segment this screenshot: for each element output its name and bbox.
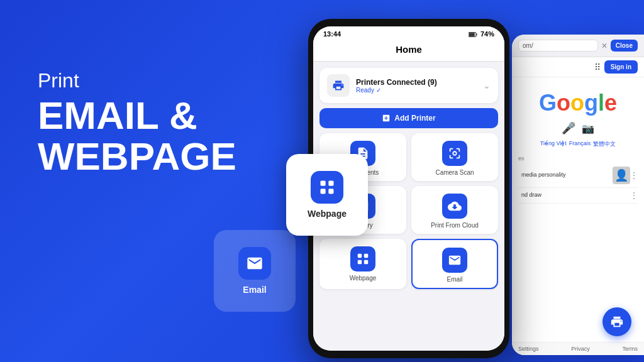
svg-rect-1 [328, 181, 333, 186]
email-card-label: Email [243, 285, 266, 295]
browser-body: Google 🎤 📷 Tiếng Việt Français 繁體中文 es m… [512, 77, 644, 210]
section-header: es [518, 153, 638, 163]
camera-icon[interactable]: 📷 [582, 123, 594, 134]
phone-status-bar: 13:44 74% [313, 26, 504, 40]
close-button[interactable]: Close [611, 40, 638, 52]
left-content-area: Print EMAIL & WEBPAGE [38, 69, 236, 177]
svg-rect-2 [321, 189, 326, 194]
printer-status-text: Ready [356, 87, 374, 94]
print-label: Print [38, 69, 236, 92]
feature-label-email: Email [447, 276, 462, 283]
email-floating-card[interactable]: Email [214, 230, 296, 312]
webpage-card-icon [311, 171, 343, 204]
news-text-1: media personality [518, 172, 613, 179]
phone-time: 13:44 [323, 30, 341, 38]
feature-card-webpage[interactable]: Webpage [319, 239, 406, 289]
email-card-icon [238, 247, 271, 280]
more-icon-2[interactable]: ⋮ [630, 191, 638, 200]
feature-card-camera[interactable]: Camera Scan [411, 133, 498, 181]
lang-french[interactable]: Français [569, 140, 591, 148]
lang-chinese[interactable]: 繁體中文 [593, 140, 616, 148]
printer-title: Printers Connected (9) [356, 78, 483, 87]
svg-rect-8 [364, 254, 368, 258]
news-item-2: nd draw ⋮ [518, 188, 638, 204]
footer-terms[interactable]: Terms [622, 346, 638, 352]
svg-rect-3 [328, 189, 333, 194]
email-grid-icon [442, 248, 467, 273]
printer-card[interactable]: Printers Connected (9) Ready ✓ ⌄ [319, 68, 498, 103]
browser-toolbar: ⠿ Sign in [512, 57, 644, 77]
printer-status: Ready ✓ [356, 87, 483, 94]
feature-card-cloud[interactable]: Print From Cloud [411, 186, 498, 234]
phone-title: Home [396, 44, 422, 55]
url-input[interactable]: om/ [518, 40, 598, 52]
camera-scan-icon [442, 141, 467, 166]
feature-label-webpage: Webpage [350, 275, 377, 282]
lang-vietnamese[interactable]: Tiếng Việt [540, 140, 567, 148]
webpage-card-label: Webpage [308, 209, 347, 219]
svg-rect-7 [358, 254, 362, 258]
browser-url-bar: om/ ✕ Close [512, 35, 644, 57]
more-icon-1[interactable]: ⋮ [630, 171, 638, 180]
footer-privacy[interactable]: Privacy [571, 346, 590, 352]
printer-info: Printers Connected (9) Ready ✓ [356, 78, 483, 94]
grid-icon: ⠿ [594, 62, 601, 72]
news-item-1: media personality 👤 ⋮ [518, 163, 638, 188]
svg-rect-5 [476, 33, 477, 36]
svg-rect-9 [358, 260, 362, 264]
main-headline: EMAIL & WEBPAGE [38, 95, 236, 177]
check-icon: ✓ [376, 87, 381, 94]
feature-card-email[interactable]: Email [411, 239, 498, 289]
chevron-down-icon[interactable]: ⌄ [483, 80, 491, 90]
google-logo: Google [518, 90, 638, 116]
mic-icon[interactable]: 🎤 [562, 121, 575, 135]
url-text: om/ [523, 42, 533, 49]
phone-header: Home [313, 40, 504, 62]
printer-icon [327, 74, 350, 97]
cloud-icon [442, 194, 467, 219]
feature-label-camera: Camera Scan [435, 169, 474, 176]
add-printer-label: Add Printer [394, 114, 435, 123]
headline-line1: EMAIL & [38, 94, 197, 137]
close-icon: ✕ [601, 41, 608, 50]
footer-settings[interactable]: Settings [518, 346, 539, 352]
webpage-floating-card[interactable]: Webpage [286, 154, 368, 236]
browser-panel: om/ ✕ Close ⠿ Sign in Google 🎤 📷 Tiếng V… [512, 35, 644, 355]
google-search-row: 🎤 📷 [518, 121, 638, 135]
news-text-2: nd draw [518, 192, 630, 199]
browser-footer: Settings Privacy Terms [512, 342, 644, 355]
sign-in-button[interactable]: Sign in [604, 60, 638, 74]
print-fab-button[interactable] [602, 307, 631, 336]
svg-rect-0 [321, 181, 326, 186]
add-printer-button[interactable]: Add Printer [319, 108, 498, 128]
news-thumb-1: 👤 [613, 167, 630, 184]
webpage-grid-icon [350, 246, 375, 272]
headline-line2: WEBPAGE [38, 134, 236, 178]
svg-rect-10 [364, 260, 368, 264]
feature-label-cloud: Print From Cloud [431, 222, 479, 229]
language-row: Tiếng Việt Français 繁體中文 [518, 140, 638, 148]
phone-battery: 74% [469, 30, 494, 38]
svg-rect-6 [469, 33, 475, 36]
